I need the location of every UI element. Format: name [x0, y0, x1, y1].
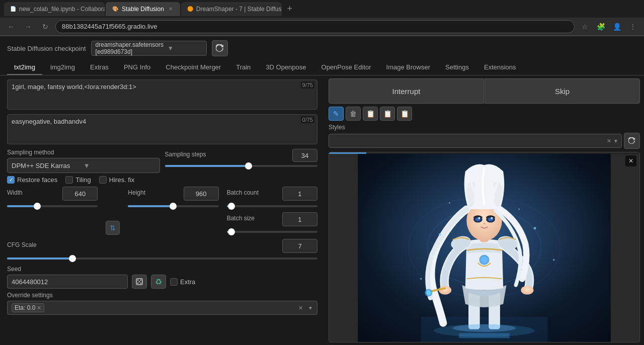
hires-fix-checkbox[interactable]: Hires. fix	[99, 176, 135, 184]
batch-size-label: Batch size	[227, 215, 255, 222]
checkpoint-dropdown-icon: ▼	[168, 45, 202, 52]
address-bar[interactable]: 88b1382445a71f5665.gradio.live	[55, 20, 575, 33]
batch-count-value[interactable]: 1	[282, 187, 317, 201]
width-track	[7, 205, 98, 207]
seed-input[interactable]	[7, 275, 128, 289]
copy-icon-button-2[interactable]: 📋	[380, 107, 395, 121]
svg-point-4	[137, 283, 138, 284]
seed-section: Seed ♻	[7, 266, 317, 289]
checkpoint-refresh-button[interactable]	[212, 40, 228, 56]
extensions-button[interactable]: 🧩	[594, 20, 608, 34]
override-clear-icon[interactable]: ✕	[298, 305, 303, 311]
height-value[interactable]: 960	[184, 187, 219, 201]
tab-dreamshaper[interactable]: 🟠 DreamShaper - 7 | Stable Diffusio... ✕	[181, 2, 282, 16]
new-tab-button[interactable]: +	[283, 2, 297, 16]
sampling-method-select[interactable]: DPM++ SDE Karras ▼	[7, 158, 160, 173]
tab-extensions[interactable]: Extensions	[477, 60, 523, 75]
svg-point-19	[521, 286, 533, 295]
tab-extras[interactable]: Extras	[83, 60, 116, 75]
height-thumb[interactable]	[170, 203, 177, 210]
sampling-steps-value[interactable]: 34	[292, 149, 317, 162]
width-slider[interactable]	[7, 202, 98, 210]
tab-openpose-editor[interactable]: OpenPose Editor	[314, 60, 378, 75]
extra-label: Extra	[180, 278, 195, 286]
colab-favicon: 📄	[10, 6, 16, 13]
extra-checkbox[interactable]: Extra	[170, 278, 195, 286]
tiling-checkbox[interactable]: Tiling	[65, 176, 91, 184]
svg-point-34	[420, 278, 422, 280]
styles-clear-icon[interactable]: ✕	[607, 138, 611, 144]
cfg-value[interactable]: 7	[282, 239, 317, 253]
delete-icon-button[interactable]: 🗑	[346, 107, 361, 121]
svg-point-33	[534, 227, 536, 229]
ds-tab-label: DreamShaper - 7 | Stable Diffusio...	[196, 6, 282, 13]
hires-fix-label: Hires. fix	[109, 176, 135, 184]
tab-settings[interactable]: Settings	[438, 60, 476, 75]
positive-prompt-input[interactable]: 1girl, mage, fantsy world,<lora:render3d…	[7, 79, 317, 110]
interrupt-button[interactable]: Interrupt	[329, 78, 484, 104]
override-select[interactable]: Eta: 0.0 ✕ ✕ ▼	[7, 301, 317, 315]
width-thumb[interactable]	[34, 203, 41, 210]
seed-reuse-button[interactable]: ♻	[151, 275, 166, 289]
batch-count-thumb[interactable]	[228, 203, 235, 210]
styles-refresh-button[interactable]	[624, 133, 640, 149]
tab-3d-openpose[interactable]: 3D Openpose	[259, 60, 313, 75]
tab-train[interactable]: Train	[229, 60, 258, 75]
swap-dimensions-button[interactable]: ⇅	[106, 221, 120, 235]
edit-icon-button[interactable]: ✎	[329, 107, 344, 121]
seed-randomize-button[interactable]	[132, 275, 147, 289]
styles-input[interactable]: ✕ ▼	[329, 134, 622, 148]
styles-dropdown-icon: ▼	[613, 138, 618, 144]
override-label: Override settings	[7, 292, 317, 299]
height-track	[128, 205, 218, 207]
negative-prompt-input[interactable]: easynegative, badhandv4	[7, 114, 317, 144]
width-value[interactable]: 640	[62, 187, 98, 201]
back-button[interactable]: ←	[4, 20, 18, 34]
url-text: 88b1382445a71f5665.gradio.live	[62, 23, 157, 30]
styles-section: Styles ✕ ▼	[329, 124, 640, 149]
tab-image-browser[interactable]: Image Browser	[379, 60, 437, 75]
svg-point-2	[140, 280, 141, 281]
svg-point-5	[140, 283, 141, 284]
profile-button[interactable]: 👤	[610, 20, 624, 34]
left-panel: 1girl, mage, fantsy world,<lora:render3d…	[0, 75, 325, 345]
batch-size-value[interactable]: 1	[282, 212, 317, 226]
cfg-slider[interactable]	[7, 254, 317, 263]
tab-txt2img[interactable]: txt2img	[7, 60, 42, 75]
nav-bar: ← → ↻ 88b1382445a71f5665.gradio.live ☆ 🧩…	[0, 18, 644, 36]
dice-icon	[135, 278, 143, 286]
copy-icon-button-1[interactable]: 📋	[363, 107, 378, 121]
batch-size-thumb[interactable]	[228, 228, 235, 235]
tab-img2img[interactable]: img2img	[43, 60, 82, 75]
sd-tab-label: Stable Diffusion	[122, 6, 164, 13]
tab-png-info[interactable]: PNG Info	[117, 60, 157, 75]
copy-icon-button-3[interactable]: 📋	[397, 107, 412, 121]
sampling-steps-label: Sampling steps	[165, 151, 290, 158]
bookmark-button[interactable]: ☆	[578, 20, 592, 34]
cfg-thumb[interactable]	[69, 255, 76, 262]
batch-count-slider[interactable]	[227, 202, 317, 210]
sd-tab-close[interactable]: ✕	[167, 6, 174, 13]
forward-button[interactable]: →	[21, 20, 35, 34]
tab-checkpoint-merger[interactable]: Checkpoint Merger	[158, 60, 228, 75]
refresh-icon	[216, 44, 224, 52]
override-tag-close-icon[interactable]: ✕	[37, 305, 41, 311]
restore-faces-checkbox[interactable]: ✓ Restore faces	[7, 176, 57, 184]
skip-button[interactable]: Skip	[485, 78, 640, 104]
sampling-steps-thumb[interactable]	[245, 162, 252, 169]
batch-size-slider[interactable]	[227, 228, 317, 236]
tab-stable-diffusion[interactable]: 🎨 Stable Diffusion ✕	[106, 2, 180, 16]
reload-button[interactable]: ↻	[38, 20, 52, 34]
cfg-label: CFG Scale	[7, 241, 37, 248]
sampling-steps-slider[interactable]	[165, 162, 318, 170]
height-slider[interactable]	[128, 202, 218, 210]
menu-button[interactable]: ⋮	[626, 20, 640, 34]
tab-colab[interactable]: 📄 new_colab_file.ipynb - Collabora... ✕	[4, 2, 105, 16]
svg-point-27	[491, 217, 493, 219]
seed-row: ♻ Extra	[7, 275, 317, 289]
positive-prompt-counter: 9/75	[301, 81, 314, 89]
image-close-button[interactable]: ✕	[625, 155, 636, 166]
sampling-method-arrow-icon: ▼	[84, 162, 155, 169]
batch-group: Batch count 1 Batch size 1	[227, 187, 317, 236]
checkpoint-select[interactable]: dreamshaper.safetensors [ed989d673d] ▼	[91, 41, 207, 56]
